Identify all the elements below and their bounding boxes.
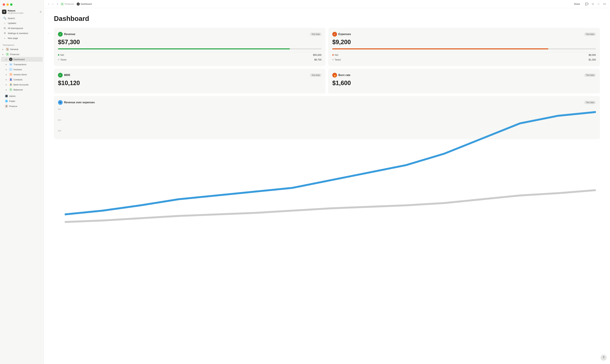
more-options-button[interactable]: ••• [602,2,607,6]
close-button[interactable] [3,3,5,6]
sidebar-item-finances[interactable]: ▶ $ Finances [1,52,43,57]
sidebar-item-label: New page [8,37,18,39]
expenses-progress-bar [332,48,596,49]
breadcrumb: $ Finances / ◎ Dashboard [61,2,92,6]
finances-breadcrumb-icon: $ [61,2,64,6]
sidebar-item-label: Updates [8,22,16,25]
expenses-taxes-row: Taxes $1,200 [332,57,596,62]
sidebar-item-label: Transactions [13,63,26,66]
finance-icon: 🏦 [5,104,8,108]
settings-icon: ⚙ [3,32,6,35]
revenue-card: ✓ Revenue Test data $57,300 Net [54,28,325,66]
burn-rate-icon: 🔥 [332,73,337,78]
chevron-icon: ⇅ [39,11,42,13]
topbar-left: ‹ › + $ Finances / ◎ Dashboard [47,2,92,6]
maximize-button[interactable] [10,3,13,6]
metrics-grid: ✓ Revenue Test data $57,300 Net [54,28,600,93]
add-block-icon[interactable]: + [48,32,49,35]
divider [58,52,322,52]
dashboard-breadcrumb-icon: ◎ [77,2,80,6]
taxes-value: $6,700 [314,58,322,61]
sidebar-item-dashboard[interactable]: ▶ ◎ Dashboard [1,57,43,62]
teamspaces-icon: ⊞ [3,27,6,30]
expenses-icon: ↙ [332,32,337,37]
divider [332,52,596,52]
chevron-right-icon: ▶ [2,53,5,55]
sidebar-item-finance[interactable]: 🏦 Finance [1,104,43,108]
sidebar-item-settings[interactable]: ⚙ Settings & members [1,31,43,36]
forward-button[interactable]: › [52,2,54,6]
revenue-net-row: Net $50,600 [58,52,322,57]
burn-rate-card: 🔥 Burn rate Test data $1,600 [328,69,600,93]
sidebar-item-bank-accounts[interactable]: ▶ 🏦 Bank Accounts [1,82,43,87]
sidebar-item-invoice-items[interactable]: ▶ ☰ Invoice Items [1,72,43,77]
sidebar-item-public[interactable]: 🌐 Public [1,99,43,104]
revenue-test-data-badge[interactable]: Test data [310,33,322,36]
sidebar-item-new-page[interactable]: + New page [1,36,43,40]
history-button[interactable]: ⊙ [591,2,595,6]
taxes-value: $1,200 [589,58,596,61]
sidebar-item-contacts[interactable]: ▶ 👤 Contacts [1,77,43,82]
comments-button[interactable]: 💬 [584,2,589,6]
expenses-progress-fill [332,48,548,49]
chevron-right-icon: ▶ [6,58,8,60]
workspace-name: Reboot [8,9,23,12]
breadcrumb-separator: / [75,3,76,5]
help-button[interactable]: ? [601,355,607,361]
bank-accounts-icon: 🏦 [9,83,13,86]
revenue-title: Revenue [64,33,75,36]
sidebar-item-label: General [10,48,18,51]
sidebar-item-general[interactable]: ▶ 🏠 General [1,47,43,52]
sidebar-item-label: Admin [9,95,15,97]
expenses-net-row: Net $8,000 [332,52,596,57]
expenses-test-data-badge[interactable]: Test data [584,33,596,36]
chart-label-6k: $6K [58,119,61,121]
burn-rate-test-data-badge[interactable]: Test data [584,74,596,77]
sidebar-item-label: Balances [13,89,23,91]
contacts-icon: 👤 [9,78,13,81]
sidebar-item-label: Finance [9,105,17,107]
search-icon: 🔍 [3,17,6,20]
sidebar-item-label: Invoice Items [13,73,27,76]
sidebar-item-invoices[interactable]: ▶ ✓ Invoices [1,67,43,72]
sidebar-item-label: Contacts [13,78,22,81]
expenses-value: $9,200 [332,39,596,46]
mrr-icon: ✓ [58,73,63,78]
breadcrumb-finances[interactable]: $ Finances [61,2,74,6]
sidebar-item-admin[interactable]: ⬛ Admin [1,94,43,98]
net-dot [332,54,334,56]
sidebar-item-transactions[interactable]: ▶ ◈ Transactions [1,62,43,67]
back-button[interactable]: ‹ [47,2,50,6]
block-controls: + :: [48,32,52,35]
page-content: Dashboard + :: ✓ Revenue Test data $57, [44,8,610,364]
chevron-right-icon: ▶ [6,79,8,80]
workspace-email: hey@reboot.studio [8,12,23,14]
sidebar-item-search[interactable]: 🔍 Search [1,16,43,21]
page-title: Dashboard [54,15,600,22]
topbar-right: Share 💬 ⊙ ☆ ••• [571,2,607,6]
invoice-items-icon: ☰ [9,73,13,76]
share-button[interactable]: Share [571,2,582,6]
sidebar-item-updates[interactable]: ○ Updates [1,21,43,26]
teamspaces-section-label: Teamspaces [0,42,44,47]
burn-rate-title: Burn rate [338,74,350,77]
mrr-value: $10,120 [58,79,322,87]
breadcrumb-dashboard[interactable]: ◎ Dashboard [77,2,92,6]
new-page-button[interactable]: + [56,2,59,6]
sidebar-item-balances[interactable]: ▶ $ Balances [1,87,43,92]
minimize-button[interactable] [6,3,9,6]
updates-icon: ○ [3,22,6,25]
finances-icon: $ [6,52,9,56]
workspace-switcher[interactable]: R Reboot hey@reboot.studio ⇅ [0,8,44,15]
mrr-test-data-badge[interactable]: Test data [310,74,322,77]
drag-handle-icon[interactable]: :: [50,32,52,35]
dashboard-icon: ◎ [9,58,13,61]
balances-icon: $ [9,88,13,91]
public-icon: 🌐 [5,99,8,103]
breadcrumb-finances-label: Finances [65,3,74,5]
chart-test-data-badge[interactable]: Test data [584,101,596,104]
sidebar-item-all-teamspaces[interactable]: ⊞ All teamspaces [1,26,43,30]
chart-title: Revenue over expenses [64,101,95,104]
transactions-icon: ◈ [9,63,13,66]
favorite-button[interactable]: ☆ [597,2,600,6]
